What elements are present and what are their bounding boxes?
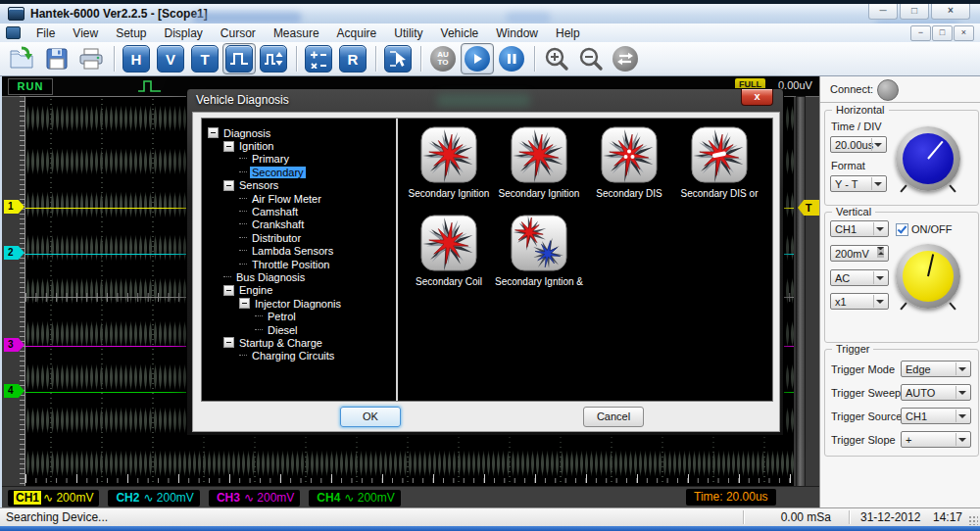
menu-setup[interactable]: Setup (107, 24, 155, 42)
minimize-button[interactable]: ─ (868, 4, 898, 20)
tree-item-secondary[interactable]: Secondary (202, 166, 396, 178)
time-div-select[interactable]: 20.00us (830, 136, 887, 153)
scope-vertical-scrollbar[interactable] (796, 96, 806, 488)
open-file-button[interactable] (6, 43, 39, 74)
statusbar: Searching Device... 0.00 mSa 31-12-2012 … (0, 507, 980, 527)
menu-display[interactable]: Display (156, 24, 212, 42)
probe-select[interactable]: x1 (830, 293, 889, 310)
ok-button[interactable]: OK (340, 407, 401, 427)
reference-button[interactable]: R (336, 43, 369, 74)
coupling-select[interactable]: AC (830, 269, 889, 286)
tree-item-air-flow-meter[interactable]: Air Flow Meter (202, 192, 396, 205)
dialog-button-row: OK Cancel (193, 400, 779, 431)
tree-item-petrol[interactable]: Petrol (202, 310, 396, 322)
tree-item-diesel[interactable]: Diesel (202, 323, 396, 336)
tree-item-injector-diagnonis[interactable]: Injector Diagnonis (202, 297, 396, 310)
tree-expander-icon[interactable] (239, 298, 250, 309)
math-button[interactable] (302, 43, 335, 74)
diagnosis-icon-secondary-ignition-distributor-type-ki[interactable]: Secondary IgnitionDistributor Type (Ki..… (494, 126, 584, 215)
horizontal-group: Horizontal Time / DIV 20.00us Format Y -… (824, 110, 979, 206)
trigger-source-select[interactable]: CH1 (901, 408, 971, 424)
menu-file[interactable]: File (27, 24, 64, 42)
tree-item-engine[interactable]: Engine (202, 284, 396, 297)
tree-item-charging-circuits[interactable]: Charging Circuits (202, 350, 396, 362)
mdi-minimize-button[interactable]: − (910, 25, 931, 41)
horizontal-position-knob[interactable] (896, 126, 960, 191)
diagnosis-icon-secondary-coil-output-diagnosis[interactable]: Secondary CoilOutput Diagnosis (404, 215, 494, 303)
diagnosis-icon-secondary-ignition-distributor-type-pl[interactable]: Secondary IgnitionDistributor Type (Pl..… (404, 126, 494, 215)
horizontal-setup-button[interactable]: H (120, 43, 153, 74)
spark-icon (674, 126, 764, 187)
cancel-button[interactable]: Cancel (583, 407, 644, 427)
tree-item-label: Engine (237, 284, 274, 296)
trigger-mode-select[interactable]: Edge (901, 361, 971, 377)
sync-button[interactable] (609, 43, 642, 74)
connect-row: Connect: (820, 76, 980, 103)
menu-cursor[interactable]: Cursor (212, 24, 265, 42)
resize-grip[interactable] (968, 515, 978, 525)
tree-connector (239, 237, 247, 239)
connect-indicator[interactable] (877, 79, 899, 101)
cursor-measure-button[interactable] (381, 43, 415, 74)
document-icon[interactable] (6, 26, 21, 39)
tree-item-bus-diagnosis[interactable]: Bus Diagnosis (202, 270, 396, 283)
format-select[interactable]: Y - T (830, 175, 887, 192)
vertical-position-knob[interactable] (896, 244, 960, 309)
pulse-mode-button[interactable] (222, 43, 256, 74)
menu-utility[interactable]: Utility (385, 24, 431, 42)
trigger-slope-select[interactable]: + (901, 431, 971, 448)
tree-expander-icon[interactable] (223, 337, 234, 348)
menu-view[interactable]: View (64, 24, 107, 42)
tree-item-distributor[interactable]: Distributor (202, 231, 396, 244)
menu-vehicle[interactable]: Vehicle (432, 24, 488, 42)
tree-item-startup-charge[interactable]: Startup & Charge (202, 336, 396, 349)
channel-label-ch2[interactable]: CH2∿ 200mV (108, 490, 199, 507)
tree-expander-icon[interactable] (223, 180, 234, 191)
trigger-sweep-select[interactable]: AUTO (901, 384, 971, 401)
tree-item-label: Ignition (237, 140, 275, 152)
channel-select[interactable]: CH1 (830, 220, 889, 237)
tree-item-throttle-position[interactable]: Throttle Position (202, 258, 396, 270)
mdi-close-button[interactable]: × (954, 25, 974, 41)
menu-help[interactable]: Help (547, 24, 589, 42)
diagnosis-icon-secondary-igntion-primary-igntion[interactable]: Secondary Igntion &Primary Igntion (494, 215, 584, 303)
trigger-setup-button[interactable]: T (188, 43, 221, 74)
zoom-in-button[interactable] (540, 43, 573, 74)
autoset-button[interactable]: AUTO (426, 43, 460, 74)
menu-window[interactable]: Window (487, 24, 547, 42)
pulse-shift-button[interactable] (257, 43, 290, 74)
tree-item-lambda-sensors[interactable]: Lambda Sensors (202, 245, 396, 258)
volts-div-spinner[interactable]: 200mV (830, 245, 889, 262)
diagnosis-icon-secondary-dis-or-cpc-negative-fired[interactable]: Secondary DIS orCPC (Negative-fired) (674, 126, 764, 215)
channel-label-ch4[interactable]: CH4∿ 200mV (309, 490, 400, 507)
channel-label-ch1[interactable]: CH1∿ 200mV (8, 490, 99, 507)
tree-item-sensors[interactable]: Sensors (202, 179, 396, 192)
dialog-title: Vehicle Diagnosis (196, 93, 289, 107)
zoom-out-button[interactable] (574, 43, 608, 74)
tree-item-camshaft[interactable]: Camshaft (202, 205, 396, 217)
menu-measure[interactable]: Measure (265, 24, 328, 42)
channel-label-ch3[interactable]: CH3∿ 200mV (209, 490, 300, 507)
tree-expander-icon[interactable] (208, 127, 219, 138)
tree-item-label: Crankshaft (250, 218, 306, 230)
tree-connector (239, 250, 247, 252)
mdi-restore-button[interactable]: □ (932, 25, 953, 41)
vertical-setup-button[interactable]: V (154, 43, 187, 74)
dialog-titlebar[interactable]: Vehicle Diagnosis x (187, 89, 783, 112)
start-button[interactable] (461, 43, 494, 74)
menu-acquire[interactable]: Acquire (328, 24, 386, 42)
tree-item-ignition[interactable]: Ignition (202, 139, 396, 152)
tree-expander-icon[interactable] (223, 141, 234, 152)
tree-expander-icon[interactable] (223, 285, 234, 296)
pause-button[interactable] (495, 43, 528, 74)
close-button[interactable]: × (931, 4, 970, 20)
tree-item-diagnosis[interactable]: Diagnosis (202, 126, 396, 139)
dialog-close-button[interactable]: x (741, 89, 773, 106)
diagnosis-icon-secondary-dis-positive-fired[interactable]: Secondary DIS(Positive-fired) (584, 126, 674, 215)
tree-item-crankshaft[interactable]: Crankshaft (202, 218, 396, 231)
tree-item-primary[interactable]: Primary (202, 153, 396, 166)
print-button[interactable] (74, 43, 108, 74)
channel-onoff-checkbox[interactable] (896, 223, 908, 236)
save-button[interactable] (40, 43, 74, 74)
maximize-button[interactable]: □ (900, 4, 929, 20)
